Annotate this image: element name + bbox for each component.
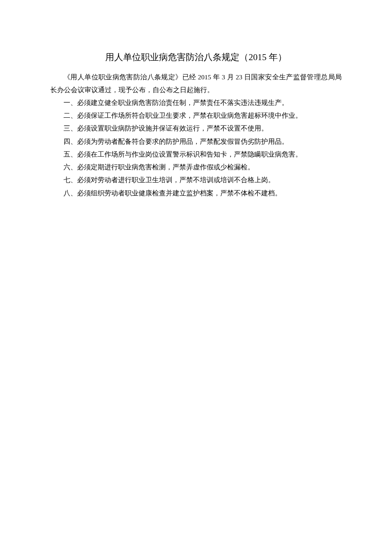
document-intro: 《用人单位职业病危害防治八条规定》已经 2015 年 3 月 23 日国家安全生… — [50, 71, 342, 96]
regulation-item: 四、必须为劳动者配备符合要求的防护用品，严禁配发假冒伪劣防护用品。 — [50, 135, 342, 148]
regulation-item: 七、必须对劳动者进行职业卫生培训，严禁不培训或培训不合格上岗。 — [50, 174, 342, 186]
regulation-item: 五、必须在工作场所与作业岗位设置警示标识和告知卡，严禁隐瞒职业病危害。 — [50, 148, 342, 161]
regulation-item: 三、必须设置职业病防护设施并保证有效运行，严禁不设置不使用。 — [50, 122, 342, 135]
document-title: 用人单位职业病危害防治八条规定（2015 年） — [50, 50, 342, 65]
regulation-item: 六、必须定期进行职业病危害检测，严禁弄虚作假或少检漏检。 — [50, 161, 342, 174]
regulation-item: 二、必须保证工作场所符合职业卫生要求，严禁在职业病危害超标环境中作业。 — [50, 109, 342, 122]
regulation-item: 一、必须建立健全职业病危害防治责任制，严禁责任不落实违法违规生产。 — [50, 96, 342, 109]
document-page: 用人单位职业病危害防治八条规定（2015 年） 《用人单位职业病危害防治八条规定… — [0, 0, 392, 200]
regulation-item: 八、必须组织劳动者职业健康检查并建立监护档案，严禁不体检不建档。 — [50, 187, 342, 200]
